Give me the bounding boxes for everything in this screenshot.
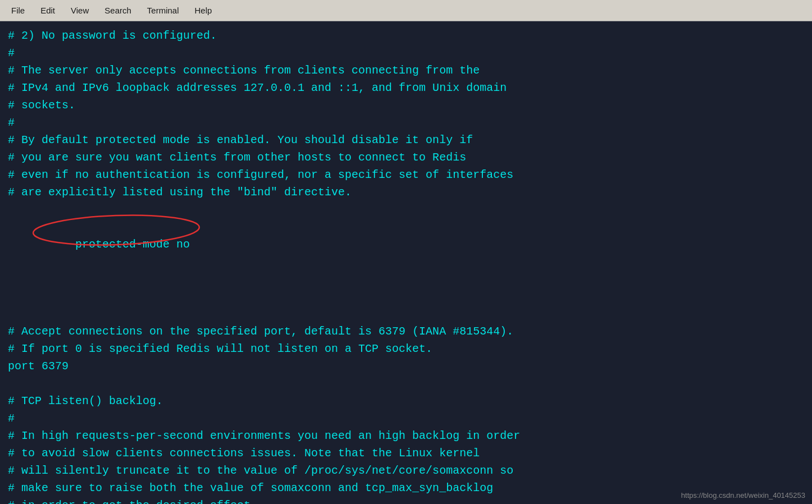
menu-terminal[interactable]: Terminal (140, 3, 186, 17)
menu-file[interactable]: File (4, 3, 31, 17)
line-9: # even if no authentication is configure… (8, 166, 804, 184)
line-10: # are explicitly listed using the "bind"… (8, 184, 804, 201)
line-17: # TCP listen() backlog. (8, 392, 804, 410)
line-2: # (8, 44, 804, 62)
line-5: # sockets. (8, 97, 804, 114)
line-8: # you are sure you want clients from oth… (8, 149, 804, 166)
menu-edit[interactable]: Edit (34, 3, 62, 17)
line-4: # IPv4 and IPv6 loopback addresses 127.0… (8, 79, 804, 97)
line-1: # 2) No password is configured. (8, 27, 804, 44)
line-19: # In high requests-per-second environmen… (8, 427, 804, 445)
menu-view[interactable]: View (64, 3, 95, 17)
line-13: # Accept connections on the specified po… (8, 323, 804, 340)
menu-search[interactable]: Search (98, 3, 138, 17)
line-3: # The server only accepts connections fr… (8, 62, 804, 79)
terminal-body: # 2) No password is configured. # # The … (0, 21, 812, 504)
line-20: # to avoid slow clients connections issu… (8, 445, 804, 462)
watermark: https://blog.csdn.net/weixin_40145253 (681, 491, 805, 500)
protected-mode-text: protected-mode no (35, 218, 190, 288)
line-15: port 6379 (8, 358, 804, 375)
menu-bar: File Edit View Search Terminal Help (0, 0, 812, 21)
line-21: # will silently truncate it to the value… (8, 462, 804, 479)
line-6: # (8, 114, 804, 131)
line-7: # By default protected mode is enabled. … (8, 131, 804, 149)
line-14: # If port 0 is specified Redis will not … (8, 340, 804, 358)
line-18: # (8, 410, 804, 427)
menu-help[interactable]: Help (188, 3, 219, 17)
line-16 (8, 375, 804, 392)
line-11-container: protected-mode no (8, 201, 804, 305)
line-12 (8, 305, 804, 323)
